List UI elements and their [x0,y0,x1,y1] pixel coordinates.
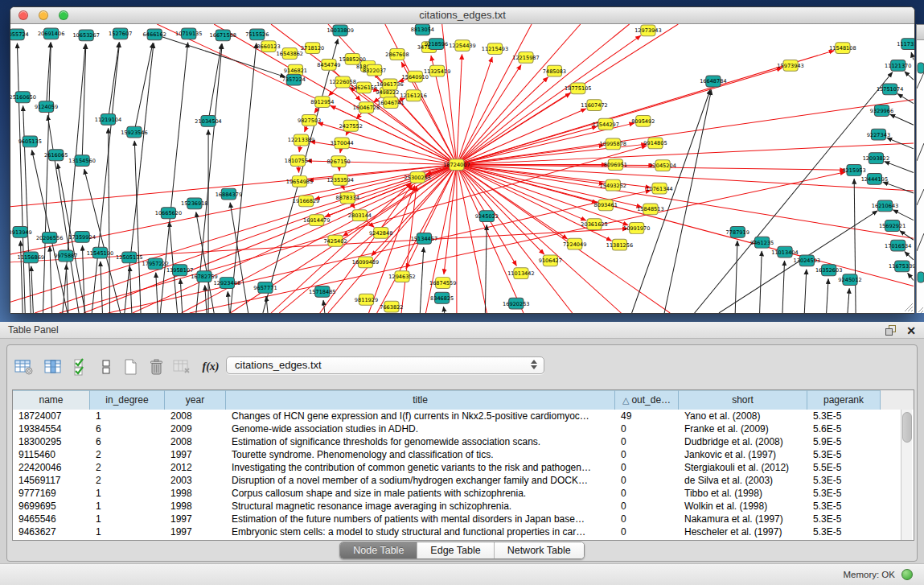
table-row[interactable]: 1938455462009Genome-wide association stu… [13,422,914,435]
graph-node-yellow[interactable]: 16874559 [429,278,456,289]
new-column-icon[interactable] [118,355,142,379]
graph-node-yellow[interactable]: 11381256 [606,239,633,250]
graph-node-teal[interactable]: 16884379 [216,188,242,200]
table-row[interactable]: 1872400712008Changes of HCN gene express… [13,410,914,422]
column-header-pagerank[interactable]: pagerank [807,390,881,410]
graph-node-yellow[interactable]: 12946352 [388,271,415,282]
graph-node-yellow[interactable]: 12254439 [449,40,475,51]
graph-node-yellow[interactable]: 7663822 [380,301,403,312]
graph-node-teal[interactable]: 20691406 [38,28,64,39]
graph-node-yellow[interactable]: 9914805 [643,138,667,149]
graph-node-yellow[interactable]: 18775105 [565,83,591,94]
tab-edge-table[interactable]: Edge Table [417,542,494,558]
graph-node-yellow[interactable]: 2427552 [339,120,363,131]
graph-node-teal[interactable]: 20206556 [36,232,63,243]
table-row[interactable]: 2242004622012Investigating the contribut… [13,461,914,474]
graph-node-yellow[interactable]: 15493252 [600,179,626,191]
graph-node-yellow[interactable]: 8095492 [631,115,655,126]
graph-node-yellow[interactable]: 22045204 [649,160,676,171]
graph-node-yellow[interactable]: 2803144 [348,210,372,221]
graph-node-yellow[interactable]: 15848513 [637,204,663,215]
table-scrollbar-thumb[interactable] [902,412,912,443]
graph-node-yellow[interactable]: 2718120 [301,43,324,54]
graph-node-teal[interactable]: 16033809 [326,25,353,36]
graph-node-teal[interactable]: 11013404 [771,246,798,257]
graph-node-yellow[interactable]: 7485083 [543,65,566,76]
graph-node-teal[interactable]: 11121370 [885,60,911,71]
graph-node-teal[interactable]: 13958107 [166,265,193,276]
graph-node-yellow[interactable]: 10991970 [623,223,650,234]
graph-node-yellow[interactable]: 15973943 [777,60,803,71]
graph-node-yellow[interactable]: 8878334 [336,192,359,204]
graph-node-teal[interactable]: 15236918 [181,198,207,209]
graph-node-teal[interactable]: 25160650 [10,92,36,103]
column-header-in_degree[interactable]: in_degree [90,390,165,410]
float-panel-icon[interactable] [885,324,897,336]
graph-node-teal[interactable]: 12444195 [861,173,888,184]
graph-node-yellow[interactable]: 11548108 [829,43,856,54]
graph-node-teal[interactable]: 9605135 [18,136,42,147]
graph-node-teal[interactable]: 10719135 [175,28,202,39]
graph-node-teal[interactable]: 16920253 [503,298,529,309]
window-titlebar[interactable]: citations_edges.txt [10,7,914,24]
table-row[interactable]: 946362711997Embryonic stem cells: a mode… [13,525,914,538]
table-row[interactable]: 911546021997Tourette syndrome. Phenomeno… [13,448,914,461]
graph-node-yellow[interactable]: 11215493 [482,43,508,55]
graph-node-teal[interactable]: 4055724 [10,29,29,40]
graph-node-teal[interactable]: 10653267 [72,30,99,41]
delete-columns-icon[interactable] [144,355,168,379]
graph-node-yellow[interactable]: 8093461 [594,200,618,211]
graph-node-yellow[interactable]: 11013442 [507,268,534,279]
graph-node-teal[interactable]: 8215953 [842,165,865,176]
graph-node-teal[interactable]: 3913949 [10,226,32,237]
row-height-icon[interactable] [94,355,118,379]
network-canvas[interactable]: 1872400725300255168745591294635216099489… [10,24,914,313]
graph-node-teal[interactable]: 10665620 [155,208,182,219]
graph-node-teal[interactable]: 13024593 [794,255,820,266]
graph-node-teal[interactable]: 16648784 [700,76,726,87]
graph-node-yellow[interactable]: 9827503 [298,114,321,126]
graph-node-yellow[interactable]: 8267150 [326,156,350,167]
graph-node-teal[interactable]: 6466162 [143,29,166,40]
table-row[interactable]: 977716911998Corpus callosum shape and si… [13,487,914,500]
graph-node-yellow[interactable]: 12973943 [634,25,661,36]
graph-node-yellow[interactable]: 12213389 [288,134,314,146]
table-row[interactable]: 946554611997Estimation of the future num… [13,513,914,525]
graph-node-teal[interactable]: 15751074 [877,84,903,95]
graph-node-yellow[interactable]: 2867608 [385,49,409,60]
graph-node-yellow[interactable]: 19654985 [286,175,313,187]
memory-status-indicator[interactable] [901,569,913,580]
graph-node-yellow[interactable]: 8096951 [604,159,627,171]
graph-node-teal[interactable]: 13154560 [68,155,95,167]
graph-node-teal[interactable]: 9124059 [35,101,58,113]
table-row[interactable]: 969969511998Structural magnetic resonanc… [13,500,914,513]
graph-node-teal[interactable]: 9461235 [750,237,774,248]
selection-mode-icon[interactable] [70,355,94,379]
graph-node-teal[interactable]: 11675339 [889,261,914,272]
graph-node-teal[interactable]: 16671588 [210,30,236,41]
graph-node-teal[interactable]: 8813054 [411,24,434,35]
graph-node-teal[interactable]: 7787919 [726,226,749,237]
graph-node-teal[interactable]: 16210643 [872,200,898,212]
function-builder-icon[interactable]: f(x) [199,355,223,379]
column-header-out_de[interactable]: △out_de… [615,390,679,410]
column-header-short[interactable]: short [679,390,807,410]
table-row[interactable]: 1456911722003Disruption of a novel membe… [13,474,914,487]
tab-node-table[interactable]: Node Table [340,542,417,558]
graph-node-teal[interactable]: 9245012 [838,274,861,286]
graph-node-yellow[interactable]: 3170044 [330,138,353,149]
graph-node-teal[interactable]: 17016534 [885,240,911,251]
select-columns-icon[interactable] [41,355,65,379]
graph-node-teal[interactable]: 15692921 [879,220,906,232]
column-header-name[interactable]: name [13,390,90,410]
graph-node-yellow[interactable]: 9811929 [355,294,378,305]
graph-node-teal[interactable]: 21034504 [195,115,221,126]
graph-node-teal[interactable]: 9227343 [867,129,890,140]
table-row[interactable]: 1830029562008Estimation of significance … [13,435,914,448]
graph-node-yellow[interactable]: 19166829 [293,196,319,207]
graph-node-yellow[interactable]: 10761344 [646,183,672,194]
graph-node-teal[interactable]: 9657771 [253,282,277,294]
background-window-sliver[interactable] [916,24,924,313]
graph-node-yellow[interactable]: 10995878 [600,138,626,150]
table-select[interactable]: citations_edges.txt [226,356,544,374]
